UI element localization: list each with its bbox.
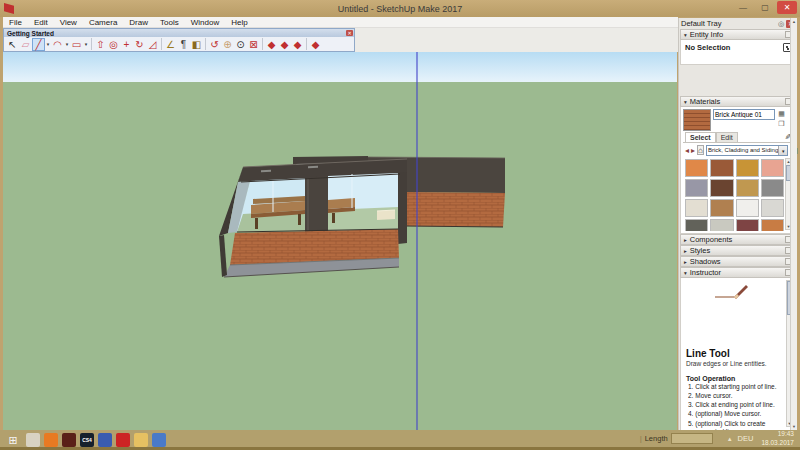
eraser-tool-button[interactable]: ▱ [19,38,32,51]
title-bar: Untitled - SketchUp Make 2017 — ▢ ✕ [0,0,800,17]
in-model-button[interactable]: ⌂ [697,145,704,155]
taskbar-explorer-icon[interactable] [134,433,148,447]
extension-warehouse-button[interactable]: ◆ [291,38,304,51]
material-swatch[interactable] [710,179,733,197]
taskbar-app-sphere-icon[interactable] [62,433,76,447]
push-pull-tool-button[interactable]: ⇧ [94,38,107,51]
set-default-material-button[interactable]: ❐ [777,119,786,128]
components-header[interactable]: ▸ Components [680,234,796,245]
help-center-button[interactable]: ◆ [309,38,322,51]
rotate-icon: ↻ [135,38,143,51]
language-indicator[interactable]: DEU [738,434,754,443]
material-swatch[interactable] [685,199,708,217]
taskbar-search-icon[interactable] [26,433,40,447]
move-tool-button[interactable]: + [120,38,133,51]
toolbar-separator [205,38,206,50]
shapes-dropdown-icon[interactable]: ▾ [83,41,89,47]
material-swatch[interactable] [710,199,733,217]
paint-bucket-tool-button[interactable]: ◧ [190,38,203,51]
scroll-down-icon[interactable]: ▼ [791,424,797,429]
taskbar-sketchup-icon[interactable] [116,433,130,447]
tab-select[interactable]: Select [685,132,716,142]
material-swatch[interactable] [710,219,733,231]
orbit-tool-button[interactable]: ↺ [208,38,221,51]
push-pull-icon: ⇧ [96,38,104,51]
material-swatch[interactable] [761,159,784,177]
entity-info-header[interactable]: ▾ Entity Info [680,29,796,40]
measurement-input[interactable] [671,433,713,444]
menu-tools[interactable]: Tools [154,18,185,27]
tab-edit[interactable]: Edit [716,132,738,142]
add-location-button[interactable]: ◆ [265,38,278,51]
start-button[interactable]: ⊞ [4,433,22,447]
material-swatch[interactable] [761,219,784,231]
forward-arrow-icon[interactable]: ▸ [691,146,695,155]
menu-window[interactable]: Window [185,18,225,27]
menu-file[interactable]: File [3,18,28,27]
add-location-icon: ◆ [268,38,276,51]
menu-camera[interactable]: Camera [83,18,123,27]
taskbar-clock[interactable]: 19:43 18.03.2017 [761,430,794,447]
taskbar-firefox-icon[interactable] [44,433,58,447]
menu-edit[interactable]: Edit [28,18,54,27]
toolbar-caption[interactable]: Getting Started ✕ [4,29,354,37]
clock-date: 18.03.2017 [761,439,794,446]
toolbar-separator [306,38,307,50]
material-swatch[interactable] [736,219,759,231]
styles-header[interactable]: ▸ Styles [680,245,796,256]
materials-panel: ▦ ❐ Select Edit ✎ ◂ ▸ ⌂ Brick, Cladding … [680,107,796,234]
material-swatch[interactable] [710,159,733,177]
close-button[interactable]: ✕ [777,1,797,14]
line-tool-button[interactable]: ╱ [32,38,45,51]
create-material-button[interactable]: ▦ [777,109,786,118]
material-swatch[interactable] [736,179,759,197]
model-viewport[interactable] [3,52,677,430]
instructor-header[interactable]: ▾ Instructor [680,267,796,278]
select-tool-button[interactable]: ↖ [6,38,19,51]
tray-scrollbar[interactable]: ▲ ▼ [790,18,797,430]
show-hidden-icons-icon[interactable]: ▲ [727,436,733,442]
minimize-button[interactable]: — [733,1,753,14]
taskbar-photoshop-cs4-icon[interactable]: CS4 [80,433,94,447]
rotate-tool-button[interactable]: ↻ [133,38,146,51]
chevron-down-icon[interactable]: ▾ [778,146,787,155]
instructor-step: 2. Move cursor. [686,392,785,400]
orbit-icon: ↺ [210,38,218,51]
offset-tool-button[interactable]: ◎ [107,38,120,51]
material-preview-thumbnail[interactable] [683,109,711,131]
scale-tool-button[interactable]: ◿ [146,38,159,51]
material-swatch[interactable] [761,179,784,197]
material-swatch[interactable] [736,159,759,177]
tape-measure-tool-button[interactable]: ∠ [164,38,177,51]
arc-tool-button[interactable]: ◠ [51,38,64,51]
collection-dropdown[interactable]: Brick, Cladding and Siding ▾ [706,145,788,156]
toolbar-close-icon[interactable]: ✕ [346,30,353,36]
materials-header[interactable]: ▾ Materials [680,96,796,107]
menu-view[interactable]: View [54,18,83,27]
pin-icon[interactable]: ◎ [778,20,784,28]
material-name-input[interactable] [713,109,775,120]
menu-help[interactable]: Help [225,18,253,27]
maximize-button[interactable]: ▢ [755,1,775,14]
building-left[interactable] [219,159,407,277]
pan-tool-button[interactable]: ⊕ [221,38,234,51]
shapes-tool-button[interactable]: ▭ [70,38,83,51]
zoom-tool-button[interactable]: ⊙ [234,38,247,51]
material-swatch[interactable] [685,179,708,197]
back-arrow-icon[interactable]: ◂ [685,146,689,155]
material-swatch[interactable] [761,199,784,217]
zoom-extents-tool-button[interactable]: ⊠ [247,38,260,51]
material-swatch[interactable] [736,199,759,217]
scroll-up-icon[interactable]: ▲ [791,19,797,24]
instructor-tool-title: Line Tool [686,348,785,359]
length-label: Length [645,434,668,443]
menu-draw[interactable]: Draw [123,18,154,27]
text-tool-button[interactable]: ¶ [177,38,190,51]
taskbar-app-blue-icon[interactable] [152,433,166,447]
material-swatch[interactable] [685,219,708,231]
material-swatch[interactable] [685,159,708,177]
3d-warehouse-button[interactable]: ◆ [278,38,291,51]
shadows-header[interactable]: ▸ Shadows [680,256,796,267]
taskbar-app-swirl-icon[interactable] [98,433,112,447]
collection-value: Brick, Cladding and Siding [707,147,778,153]
